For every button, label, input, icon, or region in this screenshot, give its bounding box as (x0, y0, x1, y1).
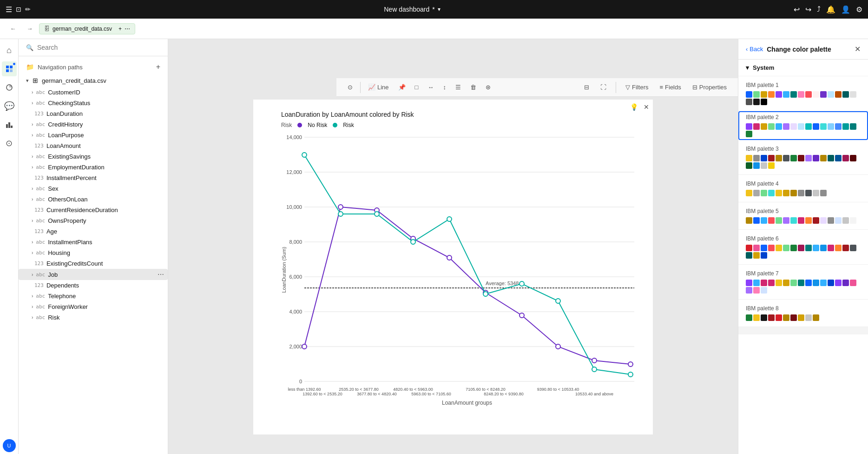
palette-group-1[interactable]: IBM palette 2 (738, 111, 868, 140)
svg-point-39 (483, 292, 488, 296)
share-icon[interactable]: ⤴ (817, 5, 821, 13)
swatch-1-12 (835, 123, 842, 130)
properties-tab-btn[interactable]: ⊟ Properties (689, 82, 730, 93)
main-area: ⊙ 📈 Line 📌 □ ↔ ↕ ☰ 🗑 (168, 39, 738, 454)
field-type-icon: abc (36, 132, 45, 138)
nav-bar-chart-icon[interactable] (2, 117, 17, 132)
swatch-3-6 (790, 190, 797, 196)
sidebar-field-sex[interactable]: › abc Sex (19, 183, 168, 194)
db-collapse-icon[interactable]: ▾ (26, 78, 29, 84)
sidebar-field-housing[interactable]: › abc Housing (19, 247, 168, 258)
palette-group-0[interactable]: IBM palette 1 (738, 76, 868, 111)
nav-chart-icon[interactable] (2, 80, 17, 95)
delete-btn[interactable]: 🗑 (467, 82, 480, 93)
palette-group-6[interactable]: IBM palette 7 (738, 265, 868, 300)
search-input[interactable] (37, 44, 160, 51)
redo-icon[interactable]: ↪ (805, 5, 811, 14)
swatch-5-17 (761, 252, 767, 259)
visualize-icon-btn[interactable]: ⊙ (344, 82, 356, 93)
forward-file-button[interactable]: → (22, 21, 37, 36)
sidebar-field-credithistory[interactable]: › abc CreditHistory (19, 119, 168, 130)
save-icon[interactable]: ⊡ (16, 6, 21, 13)
line-chart-btn[interactable]: 📈 Line (364, 82, 393, 93)
nav-paths-add-icon[interactable]: + (156, 63, 160, 71)
palette-group-4[interactable]: IBM palette 5 (738, 202, 868, 230)
user-icon[interactable]: 👤 (841, 5, 850, 14)
sidebar-field-existingsavings[interactable]: › abc ExistingSavings (19, 151, 168, 162)
more-tab-icon[interactable]: ⋯ (125, 26, 130, 32)
square-btn[interactable]: □ (411, 82, 422, 93)
scrollbar-area[interactable] (738, 327, 868, 334)
nav-data-icon[interactable] (2, 61, 17, 76)
sidebar-field-foreignworker[interactable]: › abc ForeignWorker (19, 301, 168, 312)
field-name: CurrentResidenceDuration (46, 207, 118, 214)
sidebar-field-existingcreditscount[interactable]: 123 ExistingCreditsCount (19, 258, 168, 269)
palette-group-3[interactable]: IBM palette 4 (738, 175, 868, 202)
sidebar-field-checkingstatus[interactable]: › abc CheckingStatus (19, 98, 168, 108)
title-chevron-icon[interactable]: ▾ (438, 6, 441, 13)
add-tab-icon[interactable]: + (118, 26, 122, 32)
swatch-1-9 (813, 123, 819, 130)
sidebar-field-installmentplans[interactable]: › abc InstallmentPlans (19, 237, 168, 247)
expand-h-btn[interactable]: ↔ (424, 82, 437, 93)
filters-tab-btn[interactable]: ▽ Filters (622, 82, 652, 93)
fullscreen-btn[interactable]: ⛶ (597, 82, 610, 93)
rp-close-button[interactable]: ✕ (855, 45, 861, 53)
fields-tab-btn[interactable]: ≡ Fields (656, 82, 684, 93)
nav-user-avatar[interactable]: U (3, 439, 16, 452)
sidebar-field-othersonloan[interactable]: › abc OthersOnLoan (19, 194, 168, 205)
sidebar-field-loanpurpose[interactable]: › abc LoanPurpose (19, 130, 168, 140)
sidebar-field-dependents[interactable]: 123 Dependents (19, 280, 168, 291)
sidebar-field-age[interactable]: 123 Age (19, 226, 168, 237)
nav-comment-icon[interactable]: 💬 (2, 99, 17, 114)
menu-icon[interactable]: ☰ (6, 5, 12, 14)
properties-label: Properties (699, 84, 727, 91)
field-expand-icon: › (32, 90, 33, 95)
chart-close-btn[interactable]: ✕ (644, 103, 649, 111)
more-options-btn[interactable]: ⊛ (482, 82, 494, 93)
sidebar-field-loanamount[interactable]: 123 LoanAmount (19, 140, 168, 151)
file-tab-name: german_credit_data.csv (53, 26, 112, 32)
svg-point-34 (302, 153, 307, 157)
palette-group-2[interactable]: IBM palette 3 (738, 140, 868, 175)
sidebar-field-risk[interactable]: › abc Risk (19, 312, 168, 323)
sidebar-field-employmentduration[interactable]: › abc EmploymentDuration (19, 162, 168, 173)
sidebar-field-job[interactable]: › abc Job ⋯ (19, 269, 168, 280)
expand-v-btn[interactable]: ↕ (439, 82, 450, 93)
fields-label: Fields (665, 84, 681, 91)
svg-text:8248.20 to < 9390.80: 8248.20 to < 9390.80 (484, 392, 523, 396)
sidebar-field-currentresidenceduration[interactable]: 123 CurrentResidenceDuration (19, 205, 168, 215)
svg-point-37 (411, 240, 415, 244)
swatch-2-10 (820, 155, 827, 161)
table-btn[interactable]: ☰ (452, 82, 465, 93)
pin-btn[interactable]: 📌 (395, 82, 409, 93)
sidebar-field-ownsproperty[interactable]: › abc OwnsProperty (19, 215, 168, 226)
nav-connect-icon[interactable]: ⊙ (2, 136, 17, 151)
system-collapse-icon[interactable]: ▾ (746, 64, 749, 71)
nav-home-icon[interactable]: ⌂ (2, 43, 17, 58)
palette-group-5[interactable]: IBM palette 6 (738, 230, 868, 265)
sidebar-field-loanduration[interactable]: 123 LoanDuration (19, 108, 168, 119)
palette-group-7[interactable]: IBM palette 8 (738, 300, 868, 327)
notification-icon[interactable]: 🔔 (826, 5, 835, 14)
expand-v-icon: ↕ (443, 84, 446, 91)
undo-icon[interactable]: ↩ (794, 5, 800, 14)
edit-icon[interactable]: ✏ (25, 6, 31, 13)
swatch-5-11 (828, 245, 834, 251)
palette-name-3: IBM palette 4 (746, 180, 861, 187)
chart-info-icon[interactable]: 💡 (630, 103, 638, 111)
sidebar-field-telephone[interactable]: › abc Telephone (19, 291, 168, 301)
field-name: Dependents (46, 282, 79, 289)
back-file-button[interactable]: ← (6, 21, 20, 36)
zoom-fit-btn[interactable]: ⊟ (580, 82, 593, 93)
palette-swatches-5 (746, 245, 861, 259)
file-tab[interactable]: 🗄 german_credit_data.csv + ⋯ (39, 23, 135, 34)
sidebar-field-customerid[interactable]: › abc CustomerID (19, 87, 168, 98)
palette-swatches-6 (746, 280, 861, 294)
back-button[interactable]: ‹ Back (746, 46, 763, 53)
sidebar-search-bar[interactable]: 🔍 (19, 39, 168, 56)
settings-icon[interactable]: ⚙ (856, 5, 862, 14)
sidebar-field-installmentpercent[interactable]: 123 InstallmentPercent (19, 173, 168, 183)
swatch-4-1 (753, 217, 760, 224)
swatch-1-15 (746, 131, 752, 137)
